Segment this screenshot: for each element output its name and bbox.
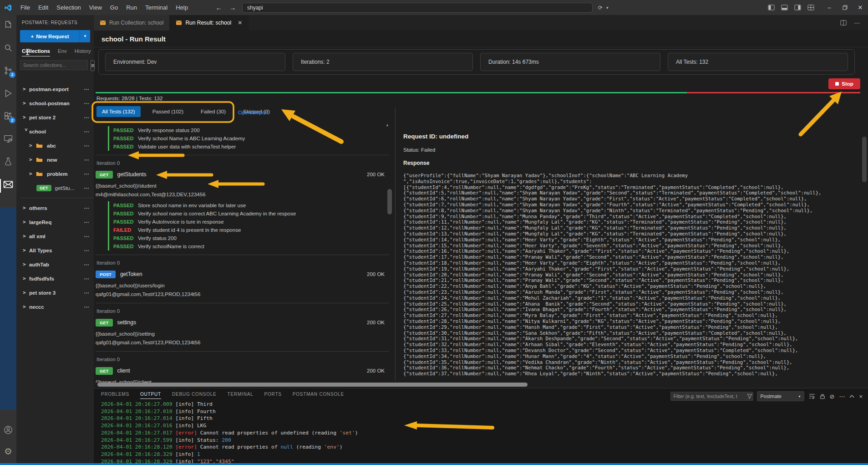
menu-file[interactable]: File <box>16 4 34 11</box>
run-debug-icon[interactable] <box>2 87 14 99</box>
panel-maximize-icon[interactable] <box>849 394 854 398</box>
item-actions-icon[interactable]: ⋯ <box>84 114 90 121</box>
response-body[interactable]: {"userProfile":{"fullName":"Shyam Naraya… <box>403 173 860 377</box>
filter-tab[interactable]: All Tests (132) <box>96 106 141 117</box>
collection-pet store 3[interactable]: >pet store 3⋯ <box>16 286 94 300</box>
filter-tab[interactable]: Passed (102) <box>147 106 189 117</box>
list-scroll-up-icon[interactable]: ▲ <box>386 123 389 127</box>
back-arrow-icon[interactable]: ← <box>215 4 223 11</box>
close-tab-icon[interactable]: ✕ <box>238 20 242 26</box>
sidebar-tab-env[interactable]: Env <box>58 48 67 56</box>
panel-tab-debug-console[interactable]: DEBUG CONSOLE <box>172 392 217 399</box>
menu-selection[interactable]: Selection <box>52 4 85 11</box>
editor-more-actions-icon[interactable]: ⋯ <box>854 20 860 26</box>
request-row[interactable]: GETclient200 OK <box>96 366 389 376</box>
item-actions-icon[interactable]: ⋯ <box>84 185 90 191</box>
new-request-button[interactable]: +New Request <box>20 30 80 42</box>
menu-view[interactable]: View <box>85 4 106 11</box>
request-row[interactable]: POSTgetToken200 OK <box>96 269 389 279</box>
postmate-mail-icon[interactable] <box>2 179 14 190</box>
chevron-down-icon[interactable]: ▾ <box>606 5 609 10</box>
collection-otherrs[interactable]: >otherrs⋯ <box>16 201 94 215</box>
collection-school-postman[interactable]: >school-postman⋯ <box>16 96 94 110</box>
panel-tab-terminal[interactable]: TERMINAL <box>228 392 254 399</box>
collection-authTab[interactable]: >authTab⋯ <box>16 257 94 271</box>
item-actions-icon[interactable]: ⋯ <box>84 171 90 177</box>
output-channel-select[interactable]: Postmate▾ <box>757 391 804 401</box>
menu-terminal[interactable]: Terminal <box>141 4 172 11</box>
menu-run[interactable]: Run <box>122 4 141 11</box>
horizontal-scrollbar-thumb[interactable] <box>97 383 528 387</box>
collection-largeReq[interactable]: >largeReq⋯ <box>16 215 94 229</box>
panel-tab-problems[interactable]: PROBLEMS <box>101 392 129 399</box>
editor-tab[interactable]: Run Result: school✕ <box>170 15 249 31</box>
panel-tab-output[interactable]: OUTPUT <box>140 392 161 399</box>
command-center-search[interactable]: shyapi <box>242 3 593 13</box>
item-actions-icon[interactable]: ⋯ <box>84 290 90 296</box>
search-collections-input[interactable] <box>20 60 88 70</box>
customize-layout-icon[interactable] <box>768 5 775 10</box>
item-actions-icon[interactable]: ⋯ <box>84 261 90 268</box>
collection-all xml[interactable]: >all xml⋯ <box>16 229 94 243</box>
panel-tab-postman-console[interactable]: POSTMAN CONSOLE <box>293 392 344 399</box>
panel-tab-ports[interactable]: PORTS <box>264 392 282 399</box>
collection-fsdfsdfsfs[interactable]: >fsdfsdfsfs⋯ <box>16 271 94 286</box>
new-request-dropdown[interactable]: ▼ <box>80 30 90 42</box>
item-actions-icon[interactable]: ⋯ <box>84 100 90 107</box>
search-icon[interactable] <box>2 42 14 54</box>
collection-school[interactable]: >school⋯ <box>16 124 94 138</box>
clear-output-icon[interactable]: ⊘ <box>830 393 835 400</box>
item-actions-icon[interactable]: ⋯ <box>84 86 90 92</box>
panel-more-icon[interactable]: ⋯ <box>839 393 845 400</box>
close-window-button[interactable]: ✕ <box>853 0 868 15</box>
source-control-icon[interactable]: 2 <box>2 65 14 77</box>
forward-arrow-icon[interactable]: → <box>228 4 237 11</box>
collection-neccc[interactable]: >neccc⋯ <box>16 300 94 314</box>
account-icon[interactable] <box>0 425 16 435</box>
item-actions-icon[interactable]: ⋯ <box>84 304 90 310</box>
output-filter-input[interactable] <box>670 392 753 401</box>
folder-problem[interactable]: >problem⋯ <box>16 167 94 181</box>
remote-explorer-icon[interactable] <box>2 133 14 145</box>
menu-go[interactable]: Go <box>106 4 122 11</box>
open-report-link[interactable]: Open Report <box>238 110 268 115</box>
output-log[interactable]: 2026-04-01 20:16:27.009 [info] Third2026… <box>94 399 868 465</box>
collection-pet store 2[interactable]: >pet store 2⋯ <box>16 110 94 124</box>
restore-button[interactable] <box>837 0 853 15</box>
testing-beaker-icon[interactable] <box>2 156 14 168</box>
folder-new[interactable]: >new⋯ <box>16 153 94 167</box>
split-editor-icon[interactable] <box>840 20 847 26</box>
item-actions-icon[interactable]: ⋯ <box>84 219 90 225</box>
editor-tab[interactable]: Run Collection: school <box>94 15 170 31</box>
refresh-icon[interactable]: ⟳ <box>598 5 603 11</box>
collection-postman-export[interactable]: >postman-export⋯ <box>16 82 94 96</box>
toggle-panel-icon[interactable] <box>781 5 788 10</box>
collection-All Types[interactable]: >All Types⋯ <box>16 243 94 257</box>
item-actions-icon[interactable]: ⋯ <box>84 276 90 282</box>
menu-help[interactable]: Help <box>172 4 192 11</box>
output-wordwrap-icon[interactable] <box>809 393 815 399</box>
layout-grid-icon[interactable] <box>807 5 814 10</box>
item-actions-icon[interactable]: ⋯ <box>84 247 90 254</box>
list-scrollbar-thumb[interactable] <box>387 189 392 215</box>
collections-filter-button[interactable]: ≡ <box>91 60 95 71</box>
stop-button[interactable]: Stop <box>828 78 860 89</box>
sidebar-tab-history[interactable]: History <box>75 48 91 56</box>
menu-edit[interactable]: Edit <box>34 4 52 11</box>
lock-scroll-icon[interactable] <box>820 393 825 399</box>
folder-abc[interactable]: >abc⋯ <box>16 138 94 153</box>
settings-gear-icon[interactable]: ⚙ <box>0 446 16 457</box>
request-row[interactable]: GETsettings200 OK <box>96 317 389 327</box>
minimize-button[interactable]: – <box>822 0 837 15</box>
filter-tab[interactable]: Failed (30) <box>195 106 231 117</box>
request-getStu...[interactable]: GETgetStu...⋯ <box>16 181 94 195</box>
panel-close-icon[interactable]: × <box>859 393 863 400</box>
explorer-icon[interactable] <box>2 19 14 31</box>
item-actions-icon[interactable]: ⋯ <box>84 157 90 163</box>
toggle-secondary-sidebar-icon[interactable] <box>794 5 801 10</box>
item-actions-icon[interactable]: ⋯ <box>84 128 90 135</box>
request-row[interactable]: GETgetStudents200 OK <box>96 169 389 179</box>
item-actions-icon[interactable]: ⋯ <box>84 233 90 240</box>
item-actions-icon[interactable]: ⋯ <box>84 143 90 149</box>
detail-scrollbar-thumb[interactable] <box>862 137 867 182</box>
